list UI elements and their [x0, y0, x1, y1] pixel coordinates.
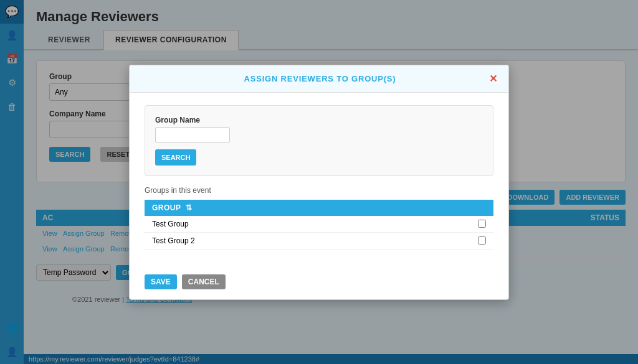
modal-group-name-input[interactable]	[155, 127, 230, 143]
modal-search-button[interactable]: SEARCH	[155, 149, 196, 166]
modal-footer: SAVE CANCEL	[130, 267, 508, 299]
modal-table-header: GROUP ⇅	[145, 200, 493, 216]
modal-overlay: ASSIGN REVIEWERS TO GROUP(S) ✕ Group Nam…	[0, 0, 638, 364]
modal-group-row-2: Test Group 2	[145, 233, 493, 250]
group-name-1: Test Group	[152, 220, 189, 228]
group-col-header: GROUP ⇅	[152, 203, 193, 212]
modal-search-section: Group Name SEARCH	[145, 105, 493, 176]
modal-header: ASSIGN REVIEWERS TO GROUP(S) ✕	[130, 65, 508, 93]
modal-cancel-button[interactable]: CANCEL	[182, 274, 226, 289]
sort-icon: ⇅	[186, 203, 193, 212]
group-checkbox-1[interactable]	[478, 220, 486, 228]
modal-groups-section: Groups in this event GROUP ⇅ Test Group …	[145, 186, 493, 250]
modal-group-row-1: Test Group	[145, 216, 493, 233]
modal-body: Group Name SEARCH Groups in this event G…	[130, 93, 508, 267]
modal-group-name-label: Group Name	[155, 116, 483, 124]
modal-close-button[interactable]: ✕	[488, 73, 498, 85]
assign-reviewers-modal: ASSIGN REVIEWERS TO GROUP(S) ✕ Group Nam…	[129, 65, 509, 300]
group-name-2: Test Group 2	[152, 236, 195, 245]
modal-save-button[interactable]: SAVE	[145, 274, 177, 289]
group-checkbox-2[interactable]	[478, 236, 486, 245]
modal-group-name-field: Group Name	[155, 116, 483, 143]
groups-in-event-label: Groups in this event	[145, 186, 493, 195]
modal-title: ASSIGN REVIEWERS TO GROUP(S)	[152, 74, 488, 83]
